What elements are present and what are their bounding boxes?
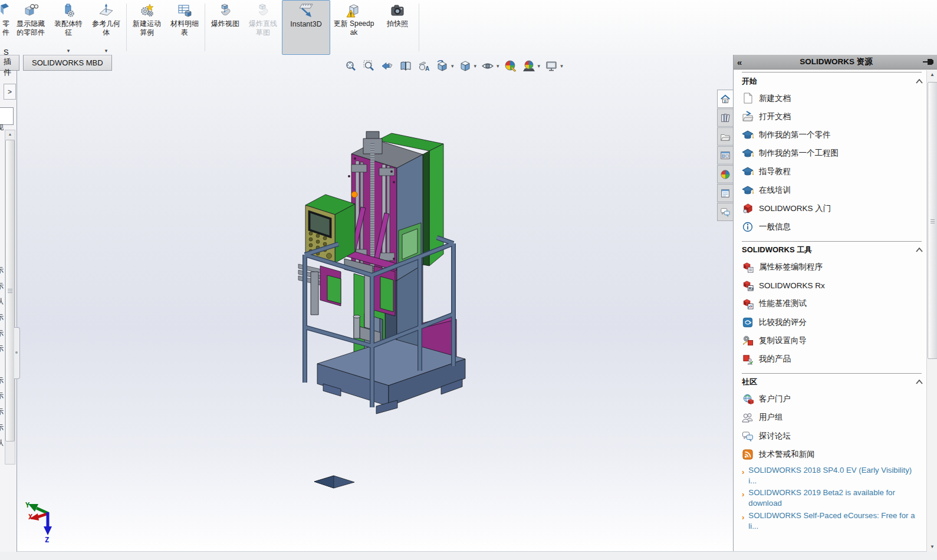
section-community[interactable]: 社区 <box>742 374 923 390</box>
scrollbar-thumb[interactable] <box>5 140 15 442</box>
divider <box>742 241 922 242</box>
section-solidworks-tools[interactable]: SOLIDWORKS 工具 <box>742 242 923 258</box>
tab-appearances-scenes[interactable] <box>717 165 733 183</box>
explode-line-sketch-icon <box>255 2 271 19</box>
collapse-panel-button[interactable]: « <box>737 57 750 67</box>
feature-tree-scrollbar[interactable]: ▲ <box>5 130 15 465</box>
taskpane-item-open-document[interactable]: 打开文档 <box>742 107 923 126</box>
ribbon-button-exploded-view[interactable]: 爆炸视图 <box>206 0 244 55</box>
triad-z-label: Z <box>45 536 49 544</box>
reference-geometry-dropdown[interactable]: ▾ <box>105 48 108 54</box>
copy-settings-wizard-icon <box>742 335 754 347</box>
collapse-chevron-icon[interactable] <box>916 380 923 384</box>
taskpane-item-first-part[interactable]: 制作我的第一个零件 <box>742 126 923 144</box>
taskpane-item-customer-portal[interactable]: 客户门户 <box>742 390 923 409</box>
tab-solidworks-resources[interactable] <box>717 90 733 108</box>
feature-tree-flyout-button[interactable]: > <box>4 84 16 100</box>
tutorial-cap-icon <box>742 185 754 196</box>
taskpane-item-solidworks-rx[interactable]: Rx SOLIDWORKS Rx <box>742 276 923 295</box>
task-pane-title: SOLIDWORKS 资源 <box>750 57 922 67</box>
task-pane: « SOLIDWORKS 资源 开始 新建文档 打开文档 制作我的第一个零件 <box>733 55 937 552</box>
section-start[interactable]: 开始 <box>742 73 923 89</box>
tree-text-fragment: 现 <box>0 123 5 133</box>
taskpane-item-copy-settings-wizard[interactable]: 复制设置向导 <box>742 331 923 350</box>
view-settings-icon[interactable] <box>544 59 558 73</box>
news-link[interactable]: › SOLIDWORKS 2019 Beta2 is available for… <box>742 487 920 509</box>
view-settings-dropdown[interactable]: ▾ <box>560 63 563 69</box>
collapse-chevron-icon[interactable] <box>916 79 923 84</box>
ribbon-button-assembly-features[interactable]: 装配体特征 ▾ <box>50 0 87 55</box>
taskpane-item-discussion-forum[interactable]: 探讨论坛 <box>742 427 923 445</box>
tab-file-explorer[interactable] <box>717 127 733 146</box>
graphics-viewport[interactable]: A ▾ ▾ ▾ <box>0 55 733 553</box>
ribbon-button-partial[interactable]: 零件 <box>0 0 12 55</box>
assembly-features-icon <box>61 2 76 19</box>
scrollbar-thumb[interactable] <box>928 82 937 359</box>
news-link[interactable]: › SOLIDWORKS Self-Paced eCourses: Free f… <box>742 510 920 532</box>
taskpane-item-first-drawing[interactable]: 制作我的第一个工程图 <box>742 144 923 163</box>
display-style-icon[interactable] <box>458 59 472 73</box>
ribbon-button-instant3d[interactable]: Instant3D <box>282 0 330 55</box>
edit-appearance-icon[interactable] <box>504 59 518 73</box>
ribbon-button-new-motion-study[interactable]: 新建运动算例 <box>128 0 166 55</box>
tab-view-palette[interactable] <box>717 146 733 164</box>
tutorial-cap-icon <box>742 166 754 177</box>
taskpane-item-compare-my-score[interactable]: 比较我的评分 <box>742 313 923 331</box>
tree-text-fragment: 示 <box>0 344 5 354</box>
ribbon-button-reference-geometry[interactable]: 参考几何体 ▾ <box>87 0 125 55</box>
tab-solidworks-mbd[interactable]: SOLIDWORKS MBD <box>23 55 112 71</box>
section-view-icon[interactable] <box>399 59 413 73</box>
taskpane-item-tech-alerts-news[interactable]: 技术警戒和新闻 <box>742 445 923 463</box>
hide-show-items-dropdown[interactable]: ▾ <box>497 63 499 69</box>
ribbon-button-update-speedpak[interactable]: 更新 Speedpak <box>330 0 377 55</box>
tree-text-fragment: 示 <box>0 391 5 401</box>
taskpane-item-online-training[interactable]: 在线培训 <box>742 181 923 199</box>
exploded-view-icon <box>218 2 233 19</box>
triad-x-label: X <box>28 513 33 521</box>
tree-text-fragment: 示 <box>0 375 5 386</box>
apply-scene-dropdown[interactable]: ▾ <box>538 63 541 69</box>
ribbon-button-show-hidden-components[interactable]: 显示隐藏的零部件 <box>12 0 50 55</box>
zoom-to-fit-icon[interactable] <box>344 59 358 73</box>
news-link[interactable]: › SOLIDWORKS 2018 SP4.0 EV (Early Visibi… <box>742 465 920 486</box>
display-style-dropdown[interactable]: ▾ <box>474 63 477 69</box>
task-pane-scrollbar[interactable]: ▲ ▼ <box>926 70 937 552</box>
taskpane-item-my-products[interactable]: 我的产品 <box>742 350 923 368</box>
scroll-up-icon[interactable]: ▲ <box>927 70 937 80</box>
ribbon-separator <box>205 4 205 51</box>
taskpane-item-user-groups[interactable]: 用户组 <box>742 409 923 427</box>
machine-assembly-model[interactable]: Y X Z <box>0 55 733 552</box>
assembly-features-dropdown[interactable]: ▾ <box>67 48 70 54</box>
taskpane-item-general-info[interactable]: 一般信息 <box>742 218 923 236</box>
scroll-down-icon[interactable]: ▼ <box>927 542 937 552</box>
hide-show-items-icon[interactable] <box>481 59 495 73</box>
tree-text-fragment: 认 <box>0 438 5 448</box>
tab-custom-properties[interactable] <box>717 184 733 202</box>
taskpane-item-new-document[interactable]: 新建文档 <box>742 89 923 107</box>
tab-design-library[interactable] <box>717 108 733 127</box>
tab-forum[interactable] <box>717 203 733 221</box>
ribbon-button-take-snapshot[interactable]: 拍快照 <box>377 0 417 55</box>
apply-scene-icon[interactable] <box>522 59 536 73</box>
pin-icon[interactable] <box>922 58 934 66</box>
triad-y-label: Y <box>25 501 30 509</box>
collapse-chevron-icon[interactable] <box>916 248 923 252</box>
panel-splitter-handle[interactable] <box>14 327 20 379</box>
svg-text:Rx: Rx <box>748 286 754 291</box>
partial-icon <box>1 2 11 19</box>
taskpane-item-solidworks-intro[interactable]: SOLIDWORKS 入门 <box>742 199 923 218</box>
tab-solidworks-addins[interactable]: S 插件 <box>0 55 19 71</box>
bill-of-materials-icon <box>177 2 192 19</box>
taskpane-item-property-tab-builder[interactable]: 属性标签编制程序 <box>742 258 923 276</box>
view-orientation-dropdown[interactable]: ▾ <box>451 63 454 69</box>
view-annotations-icon[interactable]: A <box>417 59 431 73</box>
taskpane-item-performance-benchmark[interactable]: 性能基准测试 <box>742 295 923 313</box>
compare-score-icon <box>742 317 754 328</box>
view-orientation-icon[interactable] <box>435 59 449 73</box>
scroll-up-icon[interactable]: ▲ <box>5 130 15 139</box>
chat-bubbles-icon <box>720 207 731 218</box>
ribbon-button-bill-of-materials[interactable]: 材料明细表 <box>166 0 203 55</box>
taskpane-item-tutorials[interactable]: 指导教程 <box>742 163 923 181</box>
previous-view-icon[interactable] <box>380 59 394 73</box>
zoom-to-area-icon[interactable] <box>362 59 376 73</box>
